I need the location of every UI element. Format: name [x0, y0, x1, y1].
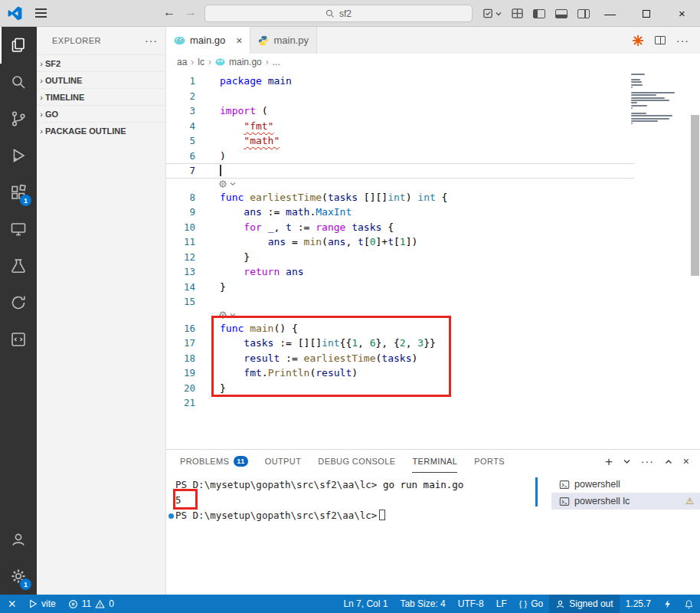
- editor-scrollbar[interactable]: [691, 115, 699, 276]
- panel-tab-debug-console[interactable]: DEBUG CONSOLE: [318, 450, 395, 473]
- code-line-6[interactable]: 6): [166, 149, 700, 164]
- minimap[interactable]: [631, 74, 691, 128]
- forward-arrow-icon[interactable]: →: [185, 5, 197, 19]
- eol-item[interactable]: LF: [490, 595, 513, 613]
- code-line-3[interactable]: 3import (: [166, 103, 700, 119]
- settings-gear-icon[interactable]: 1: [0, 558, 37, 595]
- accounts-icon[interactable]: [0, 521, 37, 558]
- close-button[interactable]: ×: [664, 0, 700, 27]
- panel-more-icon[interactable]: ···: [641, 456, 654, 467]
- remote-indicator[interactable]: [0, 595, 23, 613]
- encoding-item[interactable]: UTF-8: [452, 595, 490, 613]
- tab-close-icon[interactable]: ×: [236, 35, 242, 46]
- vite-task-item[interactable]: vite: [23, 595, 62, 613]
- sync-extension-icon[interactable]: [0, 284, 37, 321]
- breadcrumb[interactable]: aa › lc › main.go › ...: [166, 54, 700, 70]
- panel-tab-problems[interactable]: PROBLEMS11: [180, 450, 248, 473]
- code-line-14[interactable]: 14}: [166, 280, 700, 295]
- tab-size-item[interactable]: Tab Size: 4: [394, 595, 451, 613]
- notifications-item[interactable]: [678, 595, 700, 613]
- breadcrumb-item[interactable]: aa: [177, 57, 187, 67]
- sidebar-section-go[interactable]: ›GO: [37, 105, 165, 122]
- code-line-17[interactable]: 17 tasks := [][]int{{1, 6}, {2, 3}}: [166, 336, 700, 351]
- more-actions-icon[interactable]: ···: [676, 34, 689, 47]
- sidebar-section-outline[interactable]: ›OUTLINE: [37, 71, 165, 88]
- breadcrumb-item[interactable]: ...: [273, 57, 280, 67]
- code-line-9[interactable]: 9 ans := math.MaxInt: [166, 205, 700, 220]
- token: 1: [352, 337, 358, 349]
- panel-tab-output[interactable]: OUTPUT: [265, 450, 302, 473]
- code-line-8[interactable]: 8func earliestTime(tasks [][]int) int {: [166, 190, 700, 205]
- cursor-position-item[interactable]: Ln 7, Col 1: [337, 595, 394, 613]
- terminal-line[interactable]: PS D:\mysetup\gopath\src\sf2\aa\lc> go r…: [175, 477, 551, 493]
- terminal-cursor[interactable]: [379, 510, 385, 520]
- lightning-status-item[interactable]: [657, 595, 678, 613]
- code-line-12[interactable]: 12 }: [166, 250, 700, 265]
- sidebar-section-sf2[interactable]: ›SF2: [37, 54, 165, 71]
- terminal-output-area[interactable]: PS D:\mysetup\gopath\src\sf2\aa\lc> go r…: [166, 473, 551, 595]
- code-line-11[interactable]: 11 ans = min(ans, t[0]+t[1]): [166, 234, 700, 250]
- minimize-button[interactable]: —: [592, 0, 628, 27]
- tab-main-go[interactable]: main.go ×: [166, 27, 250, 54]
- code-line-7[interactable]: 7: [166, 163, 700, 179]
- code-line-4[interactable]: 4 "fmt": [166, 119, 700, 134]
- maximize-panel-icon[interactable]: [665, 459, 672, 464]
- panel-tab-terminal[interactable]: TERMINAL: [412, 450, 457, 473]
- terminal-icon: [559, 497, 570, 506]
- codelens-row[interactable]: [166, 310, 700, 321]
- extensions-icon[interactable]: 1: [0, 174, 37, 211]
- account-status-item[interactable]: Signed out: [549, 595, 619, 613]
- code-line-15[interactable]: 15: [166, 294, 700, 310]
- toggle-sidebar-left-icon[interactable]: [533, 9, 545, 18]
- panel-tab-ports[interactable]: PORTS: [474, 450, 505, 473]
- terminal-tab-powershell[interactable]: powershell: [551, 476, 700, 493]
- code-line-1[interactable]: 1package main: [166, 74, 700, 89]
- split-editor-icon[interactable]: [655, 36, 666, 44]
- token: [220, 120, 244, 132]
- sidebar-section-timeline[interactable]: ›TIMELINE: [37, 88, 165, 105]
- testing-icon[interactable]: [0, 247, 37, 284]
- source-control-icon[interactable]: [0, 100, 37, 137]
- back-arrow-icon[interactable]: ←: [163, 5, 175, 19]
- explorer-icon[interactable]: [0, 27, 37, 64]
- starburst-icon[interactable]: [632, 34, 644, 47]
- terminal-dropdown-icon[interactable]: [623, 459, 630, 464]
- breadcrumb-item[interactable]: main.go: [229, 57, 262, 67]
- code-line-19[interactable]: 19 fmt.Println(result): [166, 366, 700, 381]
- menu-icon[interactable]: [35, 8, 47, 18]
- tab-main-py[interactable]: main.py: [250, 27, 317, 54]
- code-line-13[interactable]: 13 return ans: [166, 264, 700, 280]
- close-panel-icon[interactable]: ×: [683, 456, 689, 467]
- language-mode-item[interactable]: { } Go: [513, 595, 549, 613]
- code-line-18[interactable]: 18 result := earliestTime(tasks): [166, 351, 700, 366]
- sidebar-section-package-outline[interactable]: ›PACKAGE OUTLINE: [37, 122, 165, 139]
- launch-profile-icon[interactable]: [482, 8, 502, 19]
- toggle-panel-icon[interactable]: [555, 9, 568, 18]
- search-sidebar-icon[interactable]: [0, 64, 37, 100]
- breadcrumb-item[interactable]: lc: [198, 57, 204, 67]
- problems-status-item[interactable]: 11 0: [62, 595, 120, 613]
- codelens-gear-icon[interactable]: [218, 310, 227, 320]
- command-center-search[interactable]: sf2: [204, 5, 473, 22]
- new-terminal-icon[interactable]: +: [605, 455, 613, 468]
- terminal-line[interactable]: PS D:\mysetup\gopath\src\sf2\aa\lc>: [175, 508, 551, 523]
- toggle-sidebar-right-icon[interactable]: [577, 9, 590, 18]
- code-line-2[interactable]: 2: [166, 89, 700, 104]
- maximize-button[interactable]: [628, 0, 664, 27]
- code-tools-extension-icon[interactable]: [0, 321, 37, 358]
- run-debug-icon[interactable]: [0, 137, 37, 174]
- code-line-21[interactable]: 21: [166, 395, 700, 411]
- go-version-item[interactable]: 1.25.7: [620, 595, 657, 613]
- remote-explorer-icon[interactable]: [0, 211, 37, 247]
- codelens-row[interactable]: [166, 179, 700, 190]
- code-line-10[interactable]: 10 for _, t := range tasks {: [166, 220, 700, 235]
- explorer-more-actions-icon[interactable]: ···: [145, 34, 158, 47]
- customize-layout-icon[interactable]: [512, 8, 523, 18]
- codelens-gear-icon[interactable]: [218, 179, 227, 188]
- code-line-20[interactable]: 20}: [166, 381, 700, 396]
- code-area[interactable]: 1package main23import (4 "fmt"5 "math"6)…: [166, 70, 700, 449]
- terminal-line[interactable]: 5: [175, 493, 551, 508]
- terminal-tab-powershell-lc[interactable]: powershell lc ⚠: [551, 493, 700, 510]
- code-line-5[interactable]: 5 "math": [166, 133, 700, 149]
- code-line-16[interactable]: 16func main() {: [166, 321, 700, 336]
